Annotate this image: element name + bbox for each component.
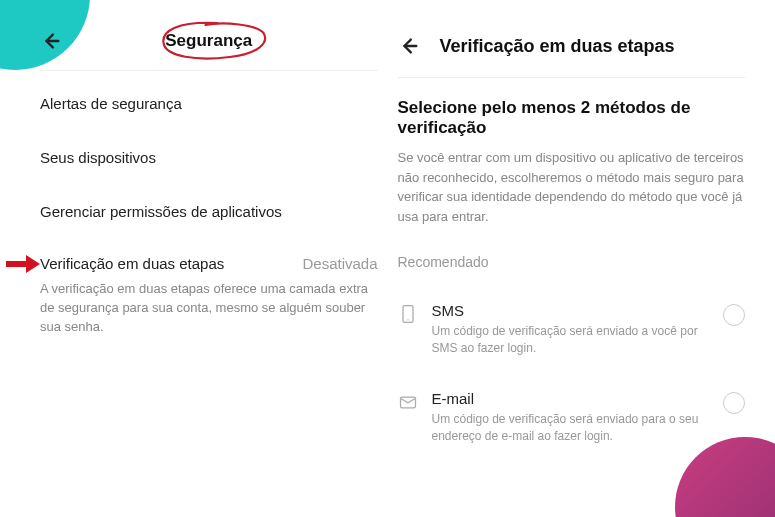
screen-two-step: Verificação em duas etapas Selecione pel…	[388, 0, 776, 517]
item-two-step-verification[interactable]: Verificação em duas etapas Desativada A …	[40, 239, 378, 345]
screens-container: Segurança Alertas de segurança Seus disp…	[0, 0, 775, 517]
item-label: Gerenciar permissões de aplicativos	[40, 203, 282, 220]
item-manage-app-permissions[interactable]: Gerenciar permissões de aplicativos	[40, 185, 378, 239]
method-body: E-mail Um código de verificação será env…	[432, 390, 710, 446]
section-recommended-label: Recomendado	[398, 254, 746, 270]
two-step-row-header: Verificação em duas etapas Desativada	[40, 255, 378, 272]
back-icon[interactable]	[40, 30, 62, 52]
page-title-two-step: Verificação em duas etapas	[440, 36, 675, 57]
radio-sms[interactable]	[723, 304, 745, 326]
method-body: SMS Um código de verificação será enviad…	[432, 302, 710, 358]
method-desc: Um código de verificação será enviado pa…	[432, 411, 710, 446]
title-wrap: Segurança	[165, 31, 252, 51]
item-security-alerts[interactable]: Alertas de segurança	[40, 77, 378, 131]
back-icon[interactable]	[398, 35, 420, 57]
two-step-description: Se você entrar com um dispositivo ou apl…	[398, 148, 746, 226]
two-step-desc: A verificação em duas etapas oferece uma…	[40, 280, 378, 337]
item-your-devices[interactable]: Seus dispositivos	[40, 131, 378, 185]
method-title: SMS	[432, 302, 710, 319]
method-sms[interactable]: SMS Um código de verificação será enviad…	[398, 286, 746, 374]
screen-security: Segurança Alertas de segurança Seus disp…	[0, 0, 388, 517]
two-step-label: Verificação em duas etapas	[40, 255, 224, 272]
method-title: E-mail	[432, 390, 710, 407]
phone-icon	[398, 304, 418, 324]
item-label: Alertas de segurança	[40, 95, 182, 112]
page-title-security: Segurança	[165, 31, 252, 51]
method-email[interactable]: E-mail Um código de verificação será env…	[398, 374, 746, 462]
radio-email[interactable]	[723, 392, 745, 414]
method-desc: Um código de verificação será enviado a …	[432, 323, 710, 358]
settings-list: Alertas de segurança Seus dispositivos G…	[40, 71, 378, 345]
item-label: Seus dispositivos	[40, 149, 156, 166]
header-security: Segurança	[40, 20, 378, 71]
red-arrow-annotation-icon	[6, 253, 40, 275]
svg-point-1	[407, 319, 408, 320]
two-step-subtitle: Selecione pelo menos 2 métodos de verifi…	[398, 98, 746, 138]
header-two-step: Verificação em duas etapas	[398, 20, 746, 78]
mail-icon	[398, 392, 418, 412]
two-step-status: Desativada	[302, 255, 377, 272]
